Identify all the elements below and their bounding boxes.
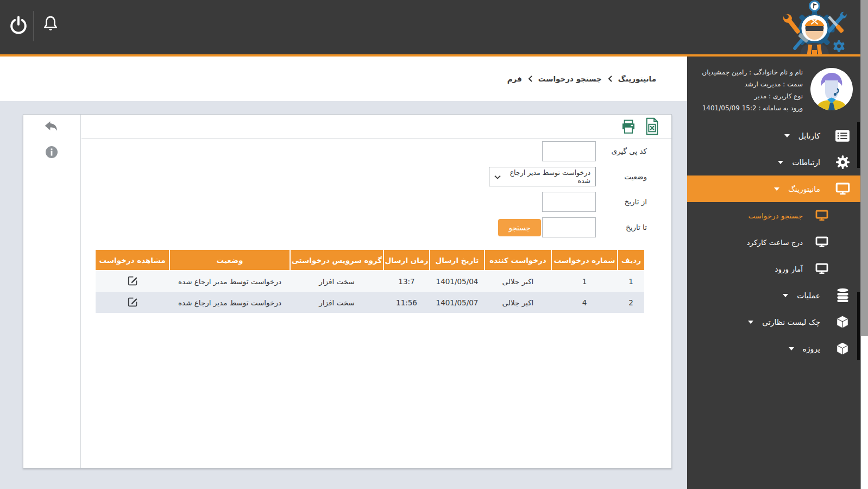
chevron-down-icon	[784, 134, 790, 137]
breadcrumb-item[interactable]: مانیتورینگ	[618, 74, 656, 83]
cell-view-request	[96, 271, 169, 292]
project-cube-icon	[834, 341, 851, 356]
cell-send-time: 11:56	[383, 292, 430, 313]
cell-view-request	[96, 292, 169, 313]
cell-requester: اکبر جلالی	[485, 292, 551, 313]
user-position: سمت : مدیریت ارشد	[702, 78, 803, 90]
notification-bell-icon[interactable]	[41, 14, 60, 36]
tracking-code-label: کد پی گیری	[611, 141, 647, 161]
cell-service-group: سخت افزار	[290, 292, 383, 313]
sidebar-item-label: عملیات	[797, 291, 820, 300]
card-toolbar	[81, 115, 671, 139]
edit-view-icon[interactable]	[128, 297, 138, 307]
breadcrumb-bar: مانیتورینگ جستجو درخواست فرم	[0, 57, 687, 101]
operations-database-icon	[834, 288, 851, 303]
sidebar-item-monitoring[interactable]: مانیتورینگ	[687, 175, 860, 202]
col-status: وضعیت	[169, 250, 290, 271]
sidebar-item-label: چک لیست نظارتی	[762, 318, 820, 327]
table-row: 2 4 اکبر جلالی 1401/05/07 11:56 سخت افزا…	[96, 292, 644, 313]
cell-service-group: سخت افزار	[290, 271, 383, 292]
excel-export-icon[interactable]	[645, 117, 659, 137]
cartable-list-icon	[834, 129, 851, 142]
cell-request-number: 4	[551, 292, 618, 313]
status-select[interactable]: درخواست توسط مدیر ارجاع شده	[489, 167, 596, 186]
requests-table: ردیف شماره درخواست درخواست کننده تاریخ ا…	[96, 250, 644, 313]
user-avatar	[810, 68, 853, 110]
user-info: نام و نام خانوادگی : رامین جمشیدیان سمت …	[702, 66, 803, 114]
sidebar-item-label: ارتباطات	[792, 158, 820, 167]
sidebar-item-label: درج ساعت کارکرد	[746, 238, 803, 247]
print-icon[interactable]	[620, 120, 637, 136]
monitoring-monitor-icon	[834, 183, 851, 195]
user-full-name: نام و نام خانوادگی : رامین جمشیدیان	[702, 66, 803, 78]
user-type: نوع کاربری : مدیر	[702, 90, 803, 102]
cell-send-date: 1401/05/04	[430, 271, 485, 292]
chevron-down-icon	[789, 347, 794, 350]
chevron-down-icon	[748, 321, 753, 324]
status-label: وضعیت	[624, 167, 647, 187]
sidebar-item-label: مانیتورینگ	[788, 185, 820, 193]
sidebar-item-cartable[interactable]: کارتابل	[687, 122, 860, 149]
page-scrollbar[interactable]	[860, 0, 868, 489]
monitor-icon	[814, 210, 830, 221]
to-date-input[interactable]	[542, 217, 596, 237]
card-side-toolbar	[23, 115, 81, 468]
breadcrumb: مانیتورینگ جستجو درخواست فرم	[507, 57, 656, 101]
sidebar-item-label: جستجو درخواست	[748, 211, 803, 220]
support-services-worker-logo	[781, 0, 848, 54]
app-screen: نام و نام خانوادگی : رامین جمشیدیان سمت …	[0, 0, 868, 489]
back-icon[interactable]	[43, 120, 59, 136]
sidebar-item-search-request[interactable]: جستجو درخواست	[687, 202, 860, 229]
table-row: 1 1 اکبر جلالی 1401/05/04 13:7 سخت افزار…	[96, 271, 644, 292]
left-chevron-icon	[608, 76, 612, 82]
col-send-date: تاریخ ارسال	[430, 250, 485, 271]
col-requester: درخواست کننده	[485, 250, 551, 271]
sidebar-item-label: کارتابل	[798, 131, 820, 140]
chevron-down-icon	[783, 294, 788, 297]
chevron-down-icon	[494, 173, 501, 181]
sidebar-item-label: آمار ورود	[775, 265, 803, 273]
content-card: کد پی گیری وضعیت درخواست توسط مدیر ارجاع…	[23, 114, 672, 468]
sidebar-item-worklog-hours[interactable]: درج ساعت کارکرد	[687, 229, 860, 255]
breadcrumb-item[interactable]: جستجو درخواست	[538, 74, 602, 83]
col-send-time: زمان ارسال	[383, 250, 430, 271]
sidebar-item-checklist[interactable]: چک لیست نظارتی	[687, 309, 860, 335]
user-login-time: ورود به سامانه : 15:2 1401/05/09	[702, 102, 803, 114]
chevron-down-icon	[774, 187, 779, 191]
from-date-input[interactable]	[542, 192, 596, 212]
cell-row-number: 1	[618, 271, 644, 292]
chevron-down-icon	[778, 161, 783, 164]
sidebar-item-operations[interactable]: عملیات	[687, 282, 860, 309]
sidebar-item-login-stats[interactable]: آمار ورود	[687, 255, 860, 282]
cell-send-date: 1401/05/07	[430, 292, 485, 313]
sidebar: نام و نام خانوادگی : رامین جمشیدیان سمت …	[687, 57, 860, 489]
communications-gear-icon	[834, 155, 851, 170]
to-date-label: تا تاریخ	[626, 217, 647, 237]
checklist-cube-icon	[834, 315, 851, 329]
tracking-code-input[interactable]	[542, 141, 596, 161]
breadcrumb-item-current: فرم	[507, 74, 522, 83]
col-row-number: ردیف	[618, 250, 644, 271]
sidebar-item-communications[interactable]: ارتباطات	[687, 149, 860, 175]
info-icon[interactable]	[45, 146, 58, 161]
monitor-icon	[814, 236, 830, 248]
sidebar-menu: کارتابل ارتباط	[687, 122, 860, 362]
cell-requester: اکبر جلالی	[485, 271, 551, 292]
edit-view-icon[interactable]	[128, 275, 138, 286]
search-button[interactable]: جستجو	[498, 219, 541, 236]
sidebar-item-project[interactable]: پروژه	[687, 335, 860, 362]
status-select-value: درخواست توسط مدیر ارجاع شده	[501, 168, 590, 185]
cell-status: درخواست توسط مدیر ارجاع شده	[169, 271, 290, 292]
cell-row-number: 2	[618, 292, 644, 313]
topbar	[0, 0, 860, 57]
power-icon[interactable]	[8, 15, 29, 36]
col-service-group: گروه سرویس درخواستی	[290, 250, 383, 271]
topbar-divider	[34, 11, 34, 41]
cell-status: درخواست توسط مدیر ارجاع شده	[169, 292, 290, 313]
col-view-request: مشاهده درخواست	[96, 250, 169, 271]
table-header-row: ردیف شماره درخواست درخواست کننده تاریخ ا…	[96, 250, 644, 271]
cell-send-time: 13:7	[383, 271, 430, 292]
monitor-icon	[814, 263, 830, 274]
sidebar-item-label: پروژه	[803, 344, 820, 353]
page-scrollbar-thumb[interactable]	[861, 0, 868, 336]
